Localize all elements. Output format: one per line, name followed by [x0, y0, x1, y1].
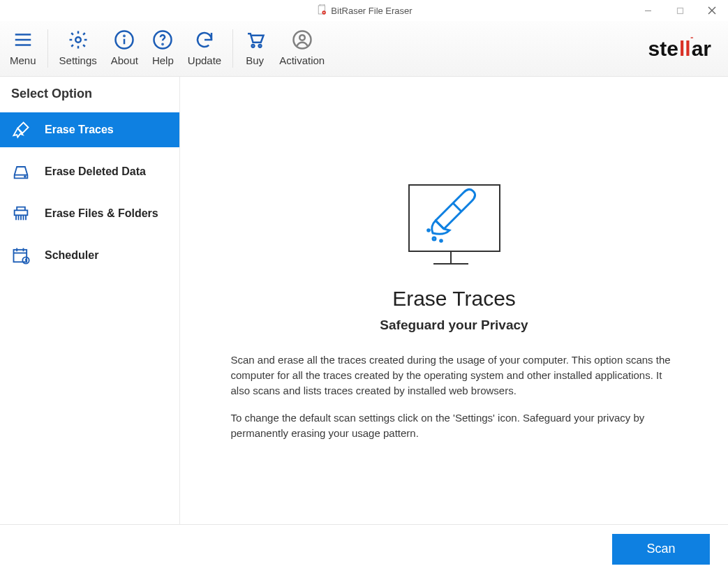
svg-rect-27 — [14, 250, 27, 262]
svg-point-39 — [440, 240, 442, 242]
toolbar-separator — [47, 29, 48, 68]
app-icon — [315, 4, 327, 17]
update-label: Update — [188, 54, 221, 66]
toolbar: Menu Settings About Help Update Buy Acti… — [0, 21, 728, 77]
shredder-icon — [11, 204, 31, 223]
content-title: Erase Traces — [392, 287, 516, 311]
titlebar: BitRaser File Eraser — [0, 0, 728, 21]
activation-label: Activation — [279, 54, 325, 66]
svg-point-16 — [259, 45, 262, 47]
svg-point-15 — [252, 45, 255, 47]
update-button[interactable]: Update — [181, 21, 228, 76]
sidebar-item-label: Erase Deleted Data — [45, 165, 146, 178]
gear-icon — [68, 29, 89, 50]
content-description: Scan and erase all the traces created du… — [231, 352, 678, 441]
content-illustration — [402, 181, 507, 274]
buy-label: Buy — [246, 54, 264, 66]
buy-button[interactable]: Buy — [237, 21, 272, 76]
svg-line-36 — [453, 203, 461, 211]
sidebar-item-label: Erase Files & Folders — [45, 207, 158, 220]
content-para1: Scan and erase all the traces created du… — [231, 352, 678, 398]
help-icon — [152, 29, 173, 50]
about-button[interactable]: About — [104, 21, 145, 76]
sidebar-title: Select Option — [0, 77, 179, 108]
svg-point-9 — [75, 37, 81, 43]
brand-pre: ste — [648, 37, 678, 61]
svg-point-37 — [433, 237, 436, 240]
user-icon — [292, 29, 313, 50]
brand-post: ar — [692, 37, 711, 61]
menu-button[interactable]: Menu — [3, 21, 43, 76]
broom-icon — [11, 120, 31, 140]
window-title: BitRaser File Eraser — [331, 6, 412, 16]
help-button[interactable]: Help — [145, 21, 181, 76]
hamburger-icon — [13, 29, 34, 50]
sidebar-item-erase-deleted[interactable]: Erase Deleted Data — [0, 154, 179, 189]
about-label: About — [111, 54, 138, 66]
sidebar-item-scheduler[interactable]: Scheduler — [0, 238, 179, 273]
svg-line-35 — [436, 221, 444, 229]
maximize-button[interactable] — [664, 0, 696, 21]
minimize-button[interactable] — [632, 0, 664, 21]
svg-point-18 — [299, 35, 305, 40]
sidebar-item-label: Erase Traces — [45, 124, 114, 136]
scan-button[interactable]: Scan — [612, 534, 710, 565]
svg-point-20 — [24, 176, 26, 177]
content-para2: To change the default scan settings clic… — [231, 410, 678, 441]
settings-button[interactable]: Settings — [52, 21, 104, 76]
footer: Scan — [0, 524, 728, 573]
calendar-clock-icon — [11, 246, 31, 265]
svg-point-38 — [427, 230, 429, 232]
info-icon — [114, 29, 135, 50]
help-label: Help — [152, 54, 174, 66]
main-area: Select Option Erase Traces Erase Deleted… — [0, 77, 728, 524]
svg-point-12 — [124, 36, 125, 36]
content-subtitle: Safeguard your Privacy — [380, 318, 528, 333]
window-title-wrap: BitRaser File Eraser — [315, 4, 412, 17]
drive-icon — [11, 162, 31, 181]
toolbar-separator — [232, 29, 233, 68]
refresh-icon — [194, 29, 215, 50]
window-controls — [632, 0, 728, 21]
brand-mid: ll∙∙ — [678, 37, 692, 61]
menu-label: Menu — [10, 54, 36, 66]
svg-rect-3 — [677, 8, 683, 13]
settings-label: Settings — [59, 54, 97, 66]
sidebar-item-label: Scheduler — [45, 249, 98, 262]
content-area: Erase Traces Safeguard your Privacy Scan… — [180, 77, 728, 524]
sidebar-item-erase-traces[interactable]: Erase Traces — [0, 112, 179, 147]
activation-button[interactable]: Activation — [272, 21, 332, 76]
svg-point-14 — [163, 44, 163, 45]
svg-rect-21 — [15, 210, 28, 215]
brand-logo: stell∙∙ar — [648, 37, 711, 61]
sidebar: Select Option Erase Traces Erase Deleted… — [0, 77, 180, 524]
cart-icon — [244, 29, 265, 50]
close-button[interactable] — [696, 0, 728, 21]
sidebar-item-erase-files[interactable]: Erase Files & Folders — [0, 196, 179, 231]
